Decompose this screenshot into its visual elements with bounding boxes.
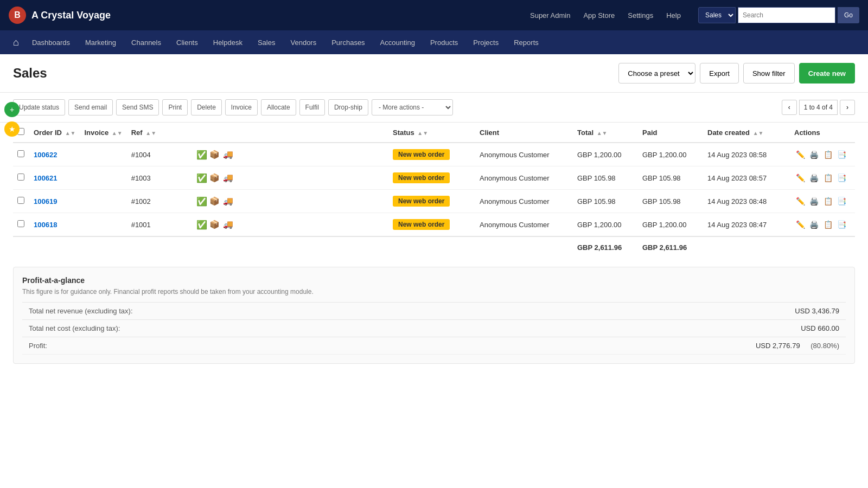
row-actions: ✏️ 🖨️ 📋 📑 bbox=[790, 213, 855, 237]
col-header-invoice[interactable]: Invoice ▲▼ bbox=[80, 123, 126, 143]
nav-channels[interactable]: Channels bbox=[125, 30, 168, 54]
status-badge: New web order bbox=[393, 172, 450, 183]
nav-reports[interactable]: Reports bbox=[507, 30, 545, 54]
nav-clients[interactable]: Clients bbox=[170, 30, 205, 54]
profit-panel-title: Profit-at-a-glance bbox=[22, 276, 846, 285]
super-admin-link[interactable]: Super Admin bbox=[530, 11, 570, 20]
prev-page-button[interactable]: ‹ bbox=[782, 100, 797, 115]
truck-icon: 🚚 bbox=[223, 220, 233, 229]
check-circle-icon: ✅ bbox=[196, 173, 207, 183]
delete-button[interactable]: Delete bbox=[191, 99, 222, 115]
order-id-link[interactable]: 100619 bbox=[34, 197, 57, 206]
row-invoice bbox=[80, 190, 126, 213]
allocate-button[interactable]: Allocate bbox=[261, 99, 296, 115]
edit-icon[interactable]: ✏️ bbox=[794, 219, 806, 230]
search-button[interactable]: Go bbox=[838, 7, 859, 23]
more-actions-select[interactable]: - More actions - bbox=[372, 99, 453, 115]
profit-revenue-label: Total net revenue (excluding tax): bbox=[22, 303, 473, 320]
col-header-order-id[interactable]: Order ID ▲▼ bbox=[29, 123, 80, 143]
nav-helpdesk[interactable]: Helpdesk bbox=[207, 30, 249, 54]
more-icon[interactable]: 📑 bbox=[836, 195, 848, 207]
check-circle-icon: ✅ bbox=[196, 196, 207, 207]
logo-area: B A Crystal Voyage bbox=[9, 7, 111, 24]
nav-sales[interactable]: Sales bbox=[251, 30, 282, 54]
nav-dashboards[interactable]: Dashboards bbox=[25, 30, 76, 54]
row-checkbox[interactable] bbox=[17, 174, 24, 181]
more-icon[interactable]: 📑 bbox=[836, 219, 848, 230]
copy-icon[interactable]: 📋 bbox=[822, 149, 834, 160]
search-input[interactable] bbox=[738, 7, 835, 23]
order-id-link[interactable]: 100621 bbox=[34, 174, 57, 182]
table-row: 100618 #1001 ✅ 📦 🚚 New web order Anonymo… bbox=[13, 213, 855, 237]
copy-icon[interactable]: 📋 bbox=[822, 195, 834, 207]
row-status: New web order bbox=[388, 166, 475, 190]
table-row: 100619 #1002 ✅ 📦 🚚 New web order Anonymo… bbox=[13, 190, 855, 213]
invoice-button[interactable]: Invoice bbox=[225, 99, 258, 115]
row-status: New web order bbox=[388, 143, 475, 166]
col-header-icons bbox=[192, 123, 388, 143]
print-icon[interactable]: 🖨️ bbox=[808, 149, 820, 160]
row-ref: #1002 bbox=[127, 190, 192, 213]
nav-vendors[interactable]: Vendors bbox=[284, 30, 323, 54]
truck-icon: 🚚 bbox=[223, 173, 233, 183]
order-id-link[interactable]: 100618 bbox=[34, 221, 57, 229]
profit-row-cost: Total net cost (excluding tax): USD 660.… bbox=[22, 320, 846, 337]
send-email-button[interactable]: Send email bbox=[68, 99, 113, 115]
print-icon[interactable]: 🖨️ bbox=[808, 172, 820, 184]
row-client: Anonymous Customer bbox=[475, 213, 573, 237]
nav-products[interactable]: Products bbox=[424, 30, 464, 54]
col-header-ref[interactable]: Ref ▲▼ bbox=[127, 123, 192, 143]
row-client: Anonymous Customer bbox=[475, 143, 573, 166]
fulfil-button[interactable]: Fulfil bbox=[299, 99, 325, 115]
app-store-link[interactable]: App Store bbox=[583, 11, 615, 20]
copy-icon[interactable]: 📋 bbox=[822, 172, 834, 184]
row-paid: GBP 1,200.00 bbox=[638, 213, 703, 237]
row-order-id: 100619 bbox=[29, 190, 80, 213]
status-badge: New web order bbox=[393, 219, 450, 230]
edit-icon[interactable]: ✏️ bbox=[794, 149, 806, 160]
copy-icon[interactable]: 📋 bbox=[822, 219, 834, 230]
edit-icon[interactable]: ✏️ bbox=[794, 195, 806, 207]
add-quick-button[interactable]: + bbox=[4, 102, 20, 117]
nav-purchases[interactable]: Purchases bbox=[325, 30, 371, 54]
search-scope-select[interactable]: Sales bbox=[698, 7, 736, 23]
truck-icon: 🚚 bbox=[223, 196, 233, 206]
order-id-link[interactable]: 100622 bbox=[34, 151, 57, 159]
row-ref: #1001 bbox=[127, 213, 192, 237]
help-link[interactable]: Help bbox=[666, 11, 681, 20]
create-new-button[interactable]: Create new bbox=[799, 63, 855, 84]
col-header-date-created[interactable]: Date created ▲▼ bbox=[703, 123, 790, 143]
row-status-icons: ✅ 📦 🚚 bbox=[192, 190, 388, 213]
favorites-button[interactable]: ★ bbox=[4, 121, 20, 137]
profit-panel-subtitle: This figure is for guidance only. Financ… bbox=[22, 288, 846, 296]
choose-preset-select[interactable]: Choose a preset bbox=[618, 63, 695, 84]
next-page-button[interactable]: › bbox=[840, 100, 855, 115]
col-header-total[interactable]: Total ▲▼ bbox=[573, 123, 638, 143]
row-checkbox[interactable] bbox=[17, 150, 24, 157]
show-filter-button[interactable]: Show filter bbox=[743, 63, 795, 84]
export-button[interactable]: Export bbox=[700, 63, 739, 84]
send-sms-button[interactable]: Send SMS bbox=[116, 99, 159, 115]
home-icon[interactable]: ⌂ bbox=[9, 37, 23, 48]
edit-icon[interactable]: ✏️ bbox=[794, 172, 806, 184]
row-checkbox[interactable] bbox=[17, 220, 24, 227]
page-content: Sales Choose a preset Export Show filter… bbox=[0, 54, 868, 488]
top-nav: B A Crystal Voyage Super Admin App Store… bbox=[0, 0, 868, 30]
print-icon[interactable]: 🖨️ bbox=[808, 219, 820, 230]
more-icon[interactable]: 📑 bbox=[836, 149, 848, 160]
print-button[interactable]: Print bbox=[162, 99, 188, 115]
print-icon[interactable]: 🖨️ bbox=[808, 195, 820, 207]
box-icon: 📦 bbox=[209, 150, 220, 159]
drop-ship-button[interactable]: Drop-ship bbox=[328, 99, 368, 115]
nav-accounting[interactable]: Accounting bbox=[374, 30, 422, 54]
more-icon[interactable]: 📑 bbox=[836, 172, 848, 184]
col-header-status[interactable]: Status ▲▼ bbox=[388, 123, 475, 143]
settings-link[interactable]: Settings bbox=[628, 11, 653, 20]
row-order-id: 100618 bbox=[29, 213, 80, 237]
row-checkbox[interactable] bbox=[17, 197, 24, 204]
row-client: Anonymous Customer bbox=[475, 190, 573, 213]
total-sum: GBP 2,611.96 bbox=[573, 236, 638, 258]
nav-projects[interactable]: Projects bbox=[467, 30, 505, 54]
row-paid: GBP 105.98 bbox=[638, 166, 703, 190]
nav-marketing[interactable]: Marketing bbox=[79, 30, 123, 54]
